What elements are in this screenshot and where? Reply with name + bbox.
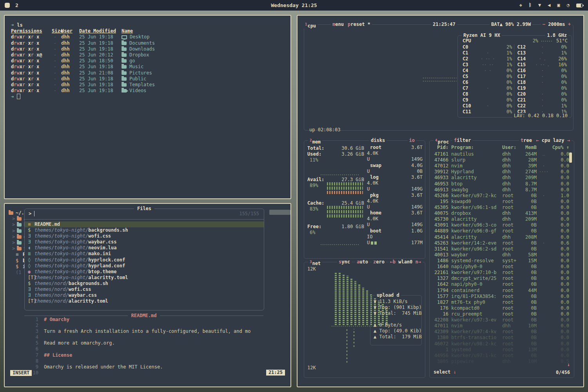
proc-scrollbar-thumb[interactable] xyxy=(569,152,572,163)
refresh-interval[interactable]: − 2000ms + xyxy=(541,22,572,27)
process-row[interactable]: 44956kworker/u97:1-kcroot0B0.0 xyxy=(431,353,569,359)
net-zero-button[interactable]: zero xyxy=(372,259,386,265)
process-row[interactable]: 47012nvimdhh39M·0.0 xyxy=(431,163,569,169)
process-row[interactable]: 46953btopdhh8.7M0.0 xyxy=(431,181,569,187)
file-result[interactable]: ◖themes/tokyo-night/neovim.lua xyxy=(25,245,264,251)
gauge-icon[interactable]: ◔ xyxy=(567,0,570,11)
process-row[interactable]: 22161kworker/u97:10-broot0B0.0 xyxy=(431,270,569,276)
mem-cache-graph xyxy=(327,206,363,209)
proc-sort-nav[interactable]: ← cpu lazy → xyxy=(534,138,572,143)
menu-button[interactable]: menu xyxy=(331,22,345,27)
process-row[interactable]: 46072kworker/u98:2-kcroot0B0.0 xyxy=(431,341,569,347)
process-row[interactable]: 45730alacrittydhh209M0.0 xyxy=(431,216,569,222)
scrollbar-thumb[interactable] xyxy=(269,210,290,215)
select-button[interactable]: select xyxy=(434,369,450,375)
bluetooth-icon[interactable]: ᛒ xyxy=(529,0,532,11)
process-row[interactable]: 40075dropboxdhh413M0.0 xyxy=(431,211,569,216)
sort-column[interactable]: Cpu% ↑ xyxy=(551,145,569,151)
process-row[interactable]: 1327dmcrypt_write/25root0B0.0 xyxy=(431,276,569,281)
process-row[interactable]: 42208kworker/u97:3-evroot0B0.0 xyxy=(431,317,569,323)
interval-minus: − xyxy=(543,22,545,27)
battery-icon[interactable] xyxy=(576,4,583,7)
process-row[interactable]: 47011nvimdhh10M0.0 xyxy=(431,323,569,329)
file-result[interactable]: ◊themes/tokyo-night/hyprlock.conf xyxy=(25,257,264,263)
process-row[interactable]: 1794containerdroot44M0.0 xyxy=(431,288,569,294)
picker-input[interactable]: > xyxy=(29,211,38,216)
dropbox-icon[interactable]: ❖ xyxy=(519,0,522,11)
net-sync-button[interactable]: sync xyxy=(337,259,352,265)
file-result[interactable]: ≣themes/tokyo-night/mako.ini xyxy=(25,251,264,257)
process-row[interactable]: 1577irq/81-PIXA3854:root0B0.0 xyxy=(431,294,569,299)
sh-icon: $ xyxy=(28,281,34,287)
process-row[interactable]: 45266kworker/u97:2-kcroot0B·1.0 xyxy=(431,193,569,199)
permissions: drwxr-xr-x xyxy=(11,88,52,94)
file-result[interactable]: ◉themes/tokyo-night/btop.theme xyxy=(25,269,264,275)
disks-title[interactable]: disks xyxy=(369,138,387,143)
workspace-icon[interactable] xyxy=(5,3,10,8)
net-interface-switcher[interactable]: ←b wlan0 n→ xyxy=(388,259,423,265)
disk-line: U149G xyxy=(367,204,423,210)
process-row[interactable]: 1642napi/phy0-0root0B0.0 xyxy=(431,281,569,287)
readme-icon: ≡ xyxy=(16,252,21,258)
preset-button[interactable]: preset * xyxy=(346,22,372,27)
process-row[interactable]: 195kswapd0root0B0.0 xyxy=(431,199,569,205)
process-row[interactable]: 44889kworker/u96:0-gfroot0B0.0 xyxy=(431,228,569,234)
tab-net[interactable]: 3net xyxy=(308,259,322,266)
file-result[interactable]: Ǝthemes/nord/waybar.css xyxy=(25,292,264,298)
file-result[interactable]: ◊themes/tokyo-night/hyprland.conf xyxy=(25,263,264,269)
process-row[interactable]: 1systemdroot13M0.0 xyxy=(431,347,569,353)
process-row[interactable]: 1640napi/phy0-0root0B0.0 xyxy=(431,264,569,270)
process-row[interactable]: 39912Hyprlanddhh274M····0.0 xyxy=(431,169,569,175)
net-bar xyxy=(358,284,360,325)
process-row[interactable]: 47161nautilusdhh264M‥0.0 xyxy=(431,151,569,157)
disk-line: 4.0K xyxy=(367,198,423,204)
process-row[interactable]: 45263kworker/14:2-everoot0B·0.6 xyxy=(431,240,569,246)
process-row[interactable]: 16rcu_preemptroot0B0.0 xyxy=(431,311,569,317)
core-row: C80% xyxy=(463,91,512,97)
process-row[interactable]: 1380btrfs-transactioroot0B0.0 xyxy=(431,335,569,341)
ls-col-header: User xyxy=(61,28,73,34)
file-result[interactable]: $themes/tokyo-night/backgrounds.sh xyxy=(25,227,264,233)
core-row: C60% xyxy=(463,80,512,85)
file-result[interactable]: [T]themes/tokyo-night/alacritty.toml xyxy=(25,275,264,281)
process-row[interactable]: 42309kworker/u97:4-kvroot0B0.0 xyxy=(431,329,569,335)
process-row[interactable]: 46933alacrittydhh209M0.0 xyxy=(431,175,569,181)
folder-icon xyxy=(122,47,127,51)
workspace-number[interactable]: 2 xyxy=(15,2,18,8)
process-row[interactable]: 3805pipewiredhh10M0.5 xyxy=(431,359,569,365)
io-toggle[interactable]: io xyxy=(408,138,416,143)
process-row[interactable]: 176kcompactd0root0B0.0 xyxy=(431,305,569,311)
preview-pane: 1# Omarchy23Turn a fresh Arch installati… xyxy=(5,317,287,376)
cpu-indicator-icon[interactable]: ▣ xyxy=(557,0,560,11)
folder-icon xyxy=(17,229,22,233)
upload-total: ▲ Total: 179 MiB xyxy=(374,334,422,340)
file-result[interactable]: $themes/nord/backgrounds.sh xyxy=(25,281,264,287)
mem-cache-pct: 83% xyxy=(310,206,318,212)
file-result[interactable]: [T]themes/nord/alacritty.toml xyxy=(25,298,264,304)
process-row[interactable]: 1486systemd-resolvesyst+15M0.0 xyxy=(431,258,569,264)
process-row[interactable]: 45305kworker/u96:1-sdroot0B0.0 xyxy=(431,205,569,211)
process-row[interactable]: 31541kworker/u96:2-sdroot0B0.0 xyxy=(431,246,569,252)
select-arrow[interactable]: ↓ xyxy=(454,369,456,375)
volume-icon[interactable]: ◀ xyxy=(548,0,550,11)
process-row[interactable]: 47466slurpdhh28M0.0 xyxy=(431,157,569,163)
proc-tree-button[interactable]: tree xyxy=(519,138,534,143)
net-auto-button[interactable]: auto xyxy=(355,259,370,265)
terminal-cursor[interactable] xyxy=(17,94,20,99)
process-row[interactable]: 43091kworker/u96:3-coroot0B0.0 xyxy=(431,222,569,228)
scroll-down-arrow[interactable]: ↓ xyxy=(567,362,570,367)
disk-line: boot1.0G xyxy=(367,228,423,234)
tab-proc[interactable]: 4proc xyxy=(434,138,450,145)
file-result[interactable]: Ǝthemes/tokyo-night/waybar.css xyxy=(25,239,264,245)
tab-cpu[interactable]: 1cpu xyxy=(303,22,318,29)
process-row[interactable]: 1827mt76-tx phy0root0B0.0 xyxy=(431,299,569,305)
process-row[interactable]: 40013waybardhh58M0.0 xyxy=(431,252,569,258)
file-result[interactable]: Ǝthemes/tokyo-night/wofi.css xyxy=(25,233,264,239)
proc-filter-button[interactable]: filter xyxy=(452,138,472,143)
file-result[interactable]: ≡README.md xyxy=(25,221,264,227)
wifi-icon[interactable]: ▼ xyxy=(538,0,541,11)
process-row[interactable]: 46913swaybgdhh8.7M0.0 xyxy=(431,187,569,193)
process-row[interactable]: 45414alacrittydhh208M0.0 xyxy=(431,234,569,240)
file-result[interactable]: Ǝthemes/nord/wofi.css xyxy=(25,287,264,292)
tab-mem[interactable]: 2mem xyxy=(308,138,322,145)
